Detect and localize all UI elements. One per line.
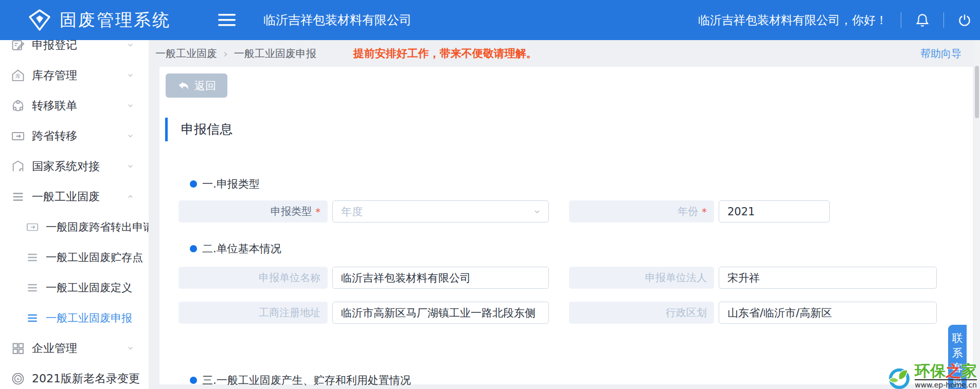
list-icon: [26, 311, 39, 325]
field-label-declare-type: 申报类型*: [179, 200, 328, 223]
sidebar-item-label: 一般工业固废申报: [46, 311, 132, 325]
sidebar-item-label: 库存管理: [32, 68, 77, 83]
legal-person-input[interactable]: [719, 267, 937, 289]
chevron-down-icon: [533, 208, 541, 216]
building-link-icon: [11, 159, 25, 174]
watermark-logo-icon: [887, 366, 912, 389]
sidebar-item-gsw-cross-province-apply[interactable]: 一般固废跨省转出申请: [0, 212, 149, 242]
required-mark: *: [315, 206, 320, 218]
breadcrumb-separator: ›: [223, 47, 228, 60]
sidebar-item-label: 一般工业固废定义: [46, 281, 132, 295]
sidebar-item-enterprise-management[interactable]: 企业管理: [0, 333, 149, 363]
sidebar-item-cross-province-transfer[interactable]: 跨省转移: [0, 121, 149, 151]
sidebar-item-gsw-storage-point[interactable]: 一般工业固废贮存点: [0, 242, 149, 272]
register-address-input[interactable]: [332, 302, 549, 324]
header-right: 临沂吉祥包装材料有限公司，你好！: [698, 12, 972, 28]
emblem-icon: [11, 372, 25, 386]
help-guide-link[interactable]: 帮助向导: [920, 47, 961, 61]
field-label-register-address: 工商注册地址: [179, 302, 328, 324]
sidebar-item-label: 2021版新老名录变更: [32, 371, 140, 386]
divider: [901, 12, 901, 28]
section-title-waste-situation: 三.一般工业固废产生、贮存和利用处置情况: [190, 373, 411, 387]
sidebar: 申报登记 库 库存管理 转移联单 跨省转移: [0, 0, 149, 389]
chevron-down-icon: [127, 344, 134, 352]
sidebar-item-label: 企业管理: [32, 341, 77, 356]
section-title-unit-basic-info: 二.单位基本情况: [190, 242, 281, 256]
section-title-declare-type: 一.申报类型: [190, 177, 260, 191]
list-icon: [26, 251, 39, 264]
chevron-down-icon: [127, 41, 134, 49]
divider: [943, 12, 944, 28]
sidebar-item-label: 国家系统对接: [32, 159, 100, 174]
sidebar-item-gsw-definition[interactable]: 一般工业固废定义: [0, 272, 149, 303]
notice-text: 提前安排好工作，带来不便敬请理解。: [353, 46, 537, 61]
declare-type-select-value: 年度: [341, 205, 363, 219]
back-arrow-icon: [177, 80, 189, 92]
sidebar-item-label: 一般工业固废贮存点: [46, 250, 143, 265]
grid-icon: [11, 341, 25, 356]
chevron-down-icon: [127, 162, 134, 170]
admin-division-input[interactable]: [719, 302, 937, 324]
declare-type-select[interactable]: 年度: [332, 200, 549, 223]
watermark-brand: 环保之家: [915, 363, 977, 379]
field-label-unit-name: 申报单位名称: [179, 267, 328, 289]
company-name: 临沂吉祥包装材料有限公司: [263, 12, 412, 28]
field-label-admin-division: 行政区划: [569, 302, 714, 324]
field-label-legal-person: 申报单位法人: [569, 267, 714, 289]
field-label-year: 年份*: [569, 200, 714, 223]
breadcrumb-parent[interactable]: 一般工业固废: [155, 47, 217, 61]
breadcrumb-bar: 一般工业固废 › 一般工业固废申报 提前安排好工作，带来不便敬请理解。 帮助向导: [149, 40, 974, 67]
app-header: 固废管理系统 临沂吉祥包装材料有限公司 临沂吉祥包装材料有限公司，你好！: [0, 0, 980, 40]
sidebar-menu: 申报登记 库 库存管理 转移联单 跨省转移: [0, 30, 149, 389]
share-nodes-icon: [11, 99, 25, 113]
sidebar-item-national-system-link[interactable]: 国家系统对接: [0, 151, 149, 181]
menu-toggle-icon[interactable]: [218, 13, 236, 27]
watermark-url: www.ep-home.cn: [915, 379, 977, 389]
sidebar-item-general-industrial-solid-waste[interactable]: 一般工业固废: [0, 181, 149, 212]
chevron-down-icon: [127, 71, 134, 79]
year-input[interactable]: [719, 200, 830, 223]
vertical-scrollbar-track: [974, 40, 980, 389]
sidebar-item-label: 一般固废跨省转出申请: [46, 220, 149, 234]
chevron-down-icon: [127, 132, 134, 140]
warehouse-icon: 库: [11, 68, 25, 83]
bullet-icon: [190, 377, 197, 384]
app-title: 固废管理系统: [60, 9, 171, 32]
sidebar-item-label: 跨省转移: [32, 128, 77, 144]
bullet-icon: [190, 245, 197, 252]
vertical-scrollbar-thumb[interactable]: [975, 66, 979, 118]
sidebar-item-transfer-manifest[interactable]: 转移联单: [0, 90, 149, 121]
ticket-arrow-icon: [11, 129, 25, 143]
unit-name-input[interactable]: [332, 267, 549, 289]
breadcrumb-current[interactable]: 一般工业固废申报: [234, 47, 316, 61]
declaration-card: 返回 申报信息 一.申报类型 申报类型* 年度 年份* 二.单位基本情况 申报单…: [159, 67, 973, 384]
back-button-label: 返回: [194, 79, 216, 93]
user-greeting: 临沂吉祥包装材料有限公司，你好！: [698, 12, 887, 28]
sidebar-item-inventory-management[interactable]: 库 库存管理: [0, 60, 149, 90]
sidebar-item-label: 转移联单: [32, 98, 77, 114]
watermark: 环保之家 www.ep-home.cn: [887, 363, 977, 389]
sidebar-item-catalog-change-2021[interactable]: 2021版新老名录变更: [0, 363, 149, 389]
svg-text:库: 库: [15, 73, 21, 79]
ticket-arrow-icon: [26, 220, 39, 234]
back-button[interactable]: 返回: [166, 73, 227, 98]
required-mark: *: [702, 206, 707, 218]
app-logo-icon: [28, 8, 51, 32]
chevron-down-icon: [127, 102, 134, 109]
sidebar-item-label: 一般工业固废: [32, 189, 100, 205]
watermark-text: 环保之家 www.ep-home.cn: [915, 363, 977, 389]
logout-power-icon[interactable]: [957, 13, 972, 27]
sidebar-item-gsw-declaration[interactable]: 一般工业固废申报: [0, 303, 149, 333]
bullet-icon: [190, 180, 197, 188]
list-icon: [26, 281, 39, 294]
page-title: 申报信息: [165, 118, 233, 141]
chevron-up-icon: [127, 193, 134, 200]
notification-bell-icon[interactable]: [915, 12, 930, 28]
list-icon: [11, 190, 25, 204]
